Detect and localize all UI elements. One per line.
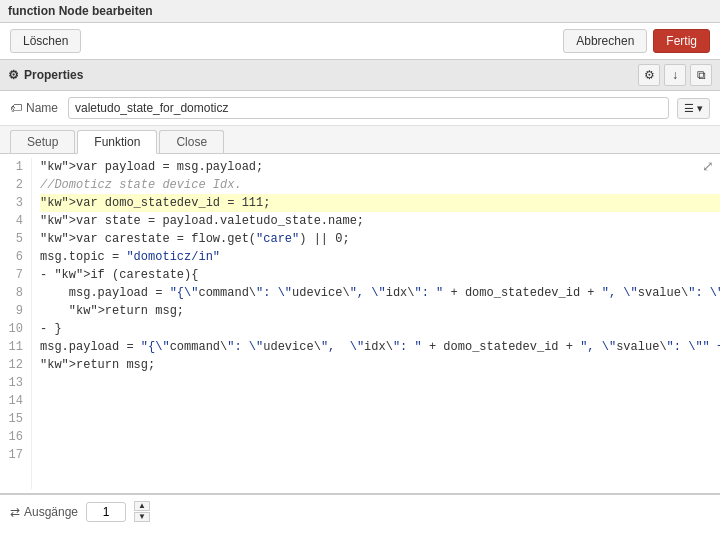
code-editor: ⤢ 1234567891011121314151617 "kw">var pay… (0, 154, 720, 494)
name-input[interactable] (68, 97, 669, 119)
code-content[interactable]: 1234567891011121314151617 "kw">var paylo… (0, 154, 720, 493)
spin-down-button[interactable]: ▼ (134, 512, 150, 522)
properties-header: ⚙ Properties ⚙ ↓ ⧉ (0, 60, 720, 91)
code-line: "kw">var carestate = flow.get("care") ||… (40, 230, 720, 248)
code-line: "kw">return msg; (40, 356, 720, 374)
name-label-text: Name (26, 101, 58, 115)
code-line: "kw">return msg; (40, 302, 720, 320)
ausgaenge-text: Ausgänge (24, 505, 78, 519)
properties-icon: ⚙ (8, 68, 19, 82)
download-icon-btn[interactable]: ↓ (664, 64, 686, 86)
line-number: 6 (8, 248, 23, 266)
properties-title: ⚙ Properties (8, 68, 83, 82)
line-number: 2 (8, 176, 23, 194)
cancel-button[interactable]: Abbrechen (563, 29, 647, 53)
line-number: 13 (8, 374, 23, 392)
properties-icons: ⚙ ↓ ⧉ (638, 64, 712, 86)
line-number: 4 (8, 212, 23, 230)
delete-button[interactable]: Löschen (10, 29, 81, 53)
name-label: 🏷 Name (10, 101, 60, 115)
line-number: 9 (8, 302, 23, 320)
gear-icon-btn[interactable]: ⚙ (638, 64, 660, 86)
line-number: 8 (8, 284, 23, 302)
properties-label: Properties (24, 68, 83, 82)
line-number: 16 (8, 428, 23, 446)
tab-funktion[interactable]: Funktion (77, 130, 157, 154)
ausgaenge-input[interactable] (86, 502, 126, 522)
line-number: 12 (8, 356, 23, 374)
title-bar: function Node bearbeiten (0, 0, 720, 23)
code-line: - } (40, 320, 720, 338)
code-line: //Domoticz state device Idx. (40, 176, 720, 194)
toolbar: Löschen Abbrechen Fertig (0, 23, 720, 60)
tag-icon: 🏷 (10, 101, 22, 115)
ausgaenge-icon: ⇄ (10, 505, 20, 519)
line-number: 7 (8, 266, 23, 284)
tab-setup[interactable]: Setup (10, 130, 75, 153)
line-number: 11 (8, 338, 23, 356)
copy-icon-btn[interactable]: ⧉ (690, 64, 712, 86)
done-button[interactable]: Fertig (653, 29, 710, 53)
name-row: 🏷 Name ☰ ▾ (0, 91, 720, 126)
name-options-button[interactable]: ☰ ▾ (677, 98, 710, 119)
line-number: 5 (8, 230, 23, 248)
code-line: msg.payload = "{\"command\": \"udevice\"… (40, 284, 720, 302)
line-number: 17 (8, 446, 23, 464)
spinner: ▲ ▼ (134, 501, 150, 522)
expand-icon[interactable]: ⤢ (702, 158, 714, 174)
line-numbers: 1234567891011121314151617 (0, 158, 32, 489)
code-line: msg.topic = "domoticz/in" (40, 248, 720, 266)
code-line: "kw">var state = payload.valetudo_state.… (40, 212, 720, 230)
tab-close[interactable]: Close (159, 130, 224, 153)
code-line: "kw">var domo_statedev_id = 111; (40, 194, 720, 212)
toolbar-left: Löschen (10, 29, 81, 53)
code-line: "kw">var payload = msg.payload; (40, 158, 720, 176)
bottom-row: ⇄ Ausgänge ▲ ▼ (0, 494, 720, 528)
line-number: 10 (8, 320, 23, 338)
code-line: msg.payload = "{\"command\": \"udevice\"… (40, 338, 720, 356)
title-text: function Node bearbeiten (8, 4, 153, 18)
code-lines[interactable]: "kw">var payload = msg.payload;//Domotic… (32, 158, 720, 489)
line-number: 1 (8, 158, 23, 176)
toolbar-right: Abbrechen Fertig (563, 29, 710, 53)
ausgaenge-label: ⇄ Ausgänge (10, 505, 78, 519)
tabs-row: Setup Funktion Close (0, 126, 720, 154)
line-number: 15 (8, 410, 23, 428)
line-number: 3 (8, 194, 23, 212)
code-line: - "kw">if (carestate){ (40, 266, 720, 284)
line-number: 14 (8, 392, 23, 410)
spin-up-button[interactable]: ▲ (134, 501, 150, 511)
